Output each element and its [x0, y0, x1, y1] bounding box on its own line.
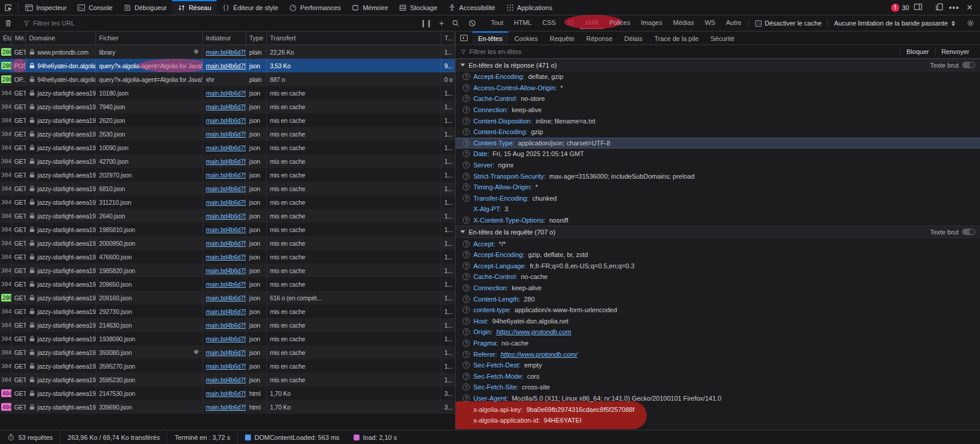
details-tab-en-t-tes[interactable]: En-têtes — [472, 31, 508, 45]
initiator-link[interactable]: main.bd4b6d75.j... — [206, 226, 246, 233]
request-row[interactable]: 304GETjazzy-starlight-aeea19.netli...292… — [0, 305, 455, 318]
header-row[interactable]: x-algolia-application-id:94HE6YATEI — [456, 415, 980, 426]
header-row[interactable]: ?Sec-Fetch-Mode:cors — [456, 370, 980, 382]
responsive-mode-button[interactable] — [935, 2, 944, 12]
header-row[interactable]: ?Pragma:no-cache — [456, 338, 980, 349]
type-filter-css[interactable]: CSS — [537, 17, 561, 29]
request-row[interactable]: 304GETjazzy-starlight-aeea19.netli...198… — [0, 223, 455, 236]
clear-requests-button[interactable] — [0, 19, 17, 27]
type-filter-tout[interactable]: Tout — [486, 17, 508, 29]
initiator-link[interactable]: main.bd4b6d75.j... — [206, 144, 246, 151]
initiator-link[interactable]: main.bd4b6d75.j... — [206, 62, 246, 69]
help-icon[interactable]: ? — [463, 84, 470, 91]
help-icon[interactable]: ? — [463, 262, 470, 269]
help-icon[interactable]: ? — [463, 150, 470, 157]
close-devtools-button[interactable]: ✕ — [964, 3, 975, 12]
help-icon[interactable]: ? — [463, 318, 470, 325]
resend-request-button[interactable]: Renvoyer — [935, 48, 975, 55]
help-icon[interactable]: ? — [463, 340, 470, 347]
column-header-transfert[interactable]: Transfert — [267, 31, 441, 45]
search-button[interactable] — [447, 19, 464, 27]
header-value-link[interactable]: https://www.protondb.com/ — [501, 351, 578, 358]
request-row[interactable]: 304GETjazzy-starlight-aeea19.netli...263… — [0, 127, 455, 141]
type-filter-polices[interactable]: Polices — [604, 17, 635, 29]
header-row[interactable]: ?Server:nginx — [456, 160, 980, 171]
header-value-link[interactable]: https://www.protondb.com — [496, 328, 571, 335]
header-row[interactable]: ?Sec-Fetch-Dest:empty — [456, 360, 980, 371]
request-row[interactable]: 304GETjazzy-starlight-aeea19.netli...359… — [0, 359, 455, 373]
header-row[interactable]: ?Content-Type:application/json; charset=… — [456, 138, 980, 149]
request-row[interactable]: 304GETjazzy-starlight-aeea19.netli...476… — [0, 250, 455, 264]
header-row[interactable]: ?Access-Control-Allow-Origin:* — [456, 83, 980, 94]
header-row[interactable]: ?Transfer-Encoding:chunked — [456, 193, 980, 204]
request-row[interactable]: 404GETjazzy-starlight-aeea19.netli...214… — [0, 386, 455, 400]
initiator-link[interactable]: main.bd4b6d75.j... — [206, 199, 246, 206]
request-row[interactable]: 304GETjazzy-starlight-aeea19.netli...200… — [0, 236, 455, 250]
disable-cache-checkbox[interactable] — [755, 20, 762, 27]
pick-element-button[interactable] — [0, 0, 17, 15]
header-row[interactable]: ?Accept:*/* — [456, 238, 980, 249]
header-row[interactable]: ?content-type:application/x-www-form-url… — [456, 305, 980, 316]
type-filter-js[interactable]: JS — [562, 17, 579, 29]
request-row[interactable]: 304GETjazzy-starlight-aeea19.netli...100… — [0, 141, 455, 154]
header-row[interactable]: ?Referer:https://www.protondb.com/ — [456, 348, 980, 360]
dock-button[interactable] — [914, 2, 922, 12]
request-headers-section-header[interactable]: En-têtes de la requête (707 o) Texte bru… — [456, 226, 980, 238]
initiator-link[interactable]: main.bd4b6d75.j... — [206, 185, 246, 192]
header-row[interactable]: ?Origin:https://www.protondb.com — [456, 326, 980, 338]
help-icon[interactable]: ? — [463, 195, 470, 202]
header-row[interactable]: ?X-Content-Type-Options:nosniff — [456, 215, 980, 226]
column-header-initiateur[interactable]: Initiateur — [203, 31, 246, 45]
type-filter-xhr[interactable]: XHR — [580, 17, 603, 29]
initiator-link[interactable]: main.bd4b6d75.j... — [206, 213, 246, 220]
request-row[interactable]: 200POST94he6yatei-dsn.algolia.netquery?x… — [0, 59, 455, 72]
header-row[interactable]: X-Alg-PT:3 — [456, 204, 980, 215]
help-icon[interactable]: ? — [463, 284, 470, 291]
error-count-badge[interactable]: ! 30 — [891, 4, 909, 12]
initiator-link[interactable]: main.bd4b6d75.j... — [206, 172, 246, 179]
column-header-t[interactable]: T... — [441, 31, 455, 45]
initiator-link[interactable]: main.bd4b6d75.j... — [206, 131, 246, 138]
network-settings-button[interactable] — [961, 19, 980, 27]
header-row[interactable]: ?Content-Disposition:inline; filename=a.… — [456, 115, 980, 126]
url-filter[interactable] — [20, 20, 413, 27]
request-row[interactable]: 304GETjazzy-starlight-aeea19.netli...264… — [0, 209, 455, 223]
request-row[interactable]: 304GETjazzy-starlight-aeea19.netli...202… — [0, 168, 455, 182]
block-url-button[interactable]: Bloquer — [900, 48, 935, 55]
help-icon[interactable]: ? — [463, 73, 470, 80]
header-row[interactable]: ?Strict-Transport-Security:max-age=31536… — [456, 170, 980, 182]
header-row[interactable]: ?Sec-Fetch-Site:cross-site — [456, 382, 980, 393]
response-headers-section-header[interactable]: En-têtes de la réponse (471 o) Texte bru… — [456, 59, 980, 71]
raw-request-toggle[interactable] — [962, 229, 975, 235]
header-row[interactable]: ?Connection:keep-alive — [456, 283, 980, 294]
type-filter-html[interactable]: HTML — [509, 17, 536, 29]
details-tab-d-lais[interactable]: Délais — [618, 31, 648, 45]
details-tab-requ-te[interactable]: Requête — [544, 31, 581, 45]
help-icon[interactable]: ? — [463, 273, 470, 280]
header-row[interactable]: ?Accept-Encoding:deflate, gzip — [456, 71, 980, 83]
initiator-link[interactable]: main.bd4b6d75.j... — [206, 117, 246, 124]
request-row[interactable]: 304GETjazzy-starlight-aeea19.netli...262… — [0, 113, 455, 127]
help-icon[interactable]: ? — [463, 373, 470, 380]
header-row[interactable]: ?Accept-Language:fr,fr-FR;q=0.8,en-US;q=… — [456, 261, 980, 272]
header-row[interactable]: ?Content-Length:280 — [456, 293, 980, 305]
tool-tab-applications[interactable]: Applications — [501, 0, 558, 15]
help-icon[interactable]: ? — [463, 106, 470, 113]
request-row[interactable]: 304GETjazzy-starlight-aeea19.netli...311… — [0, 195, 455, 209]
headers-filter-input[interactable] — [469, 48, 897, 55]
column-header-domaine[interactable]: Domaine — [26, 31, 96, 45]
column-header-m[interactable]: Mé... — [12, 31, 26, 45]
request-row[interactable]: 304GETjazzy-starlight-aeea19.netli...209… — [0, 277, 455, 291]
new-request-button[interactable]: + — [435, 18, 447, 28]
column-header-type[interactable]: Type — [246, 31, 267, 45]
initiator-link[interactable]: main.bd4b6d75.j... — [206, 390, 246, 397]
split-panel-toggle-button[interactable] — [456, 31, 472, 45]
initiator-link[interactable]: main.bd4b6d75.j... — [206, 267, 246, 274]
details-tab-trace-de-la-pile[interactable]: Trace de la pile — [648, 31, 705, 45]
tool-tab-performances[interactable]: Performances — [284, 0, 346, 15]
initiator-link[interactable]: main.bd4b6d75.j... — [206, 349, 246, 356]
request-row[interactable]: 304GETjazzy-starlight-aeea19.netli...214… — [0, 318, 455, 332]
help-icon[interactable]: ? — [463, 128, 470, 135]
headers-filter[interactable]: Bloquer Renvoyer — [456, 45, 980, 59]
help-icon[interactable]: ? — [463, 395, 470, 402]
